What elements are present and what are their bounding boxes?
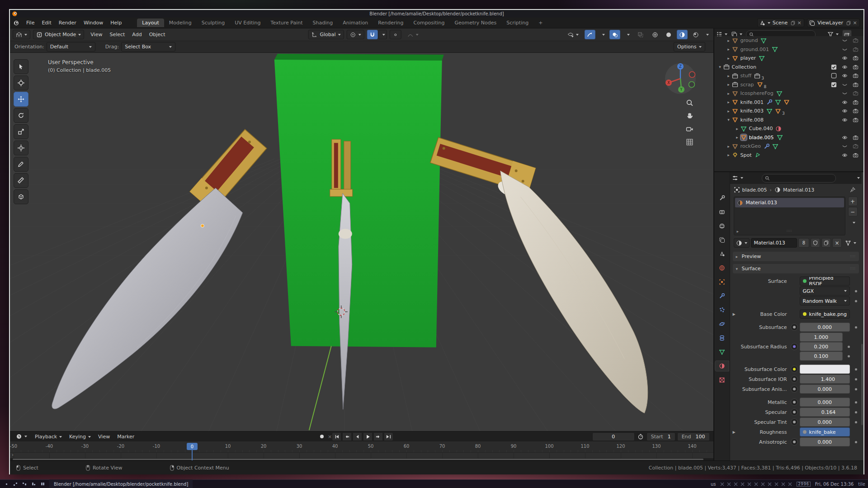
disclosure-arrow[interactable]: ▸: [726, 109, 732, 113]
outliner-row-collection[interactable]: ▾Collection: [714, 63, 863, 72]
material-slot-item[interactable]: Material.013: [735, 198, 844, 207]
menu-edit[interactable]: Edit: [38, 19, 55, 27]
add-workspace-button[interactable]: +: [533, 19, 547, 27]
current-frame-badge[interactable]: 0: [187, 443, 198, 450]
outliner-item-label[interactable]: player: [741, 55, 756, 61]
camera-icon[interactable]: [853, 64, 859, 70]
outliner-row-cube-040[interactable]: ▸Cube.040: [714, 124, 863, 133]
workspace-2-button[interactable]: [13, 482, 18, 487]
properties-tab-material[interactable]: [715, 361, 729, 371]
overlays-toggle[interactable]: [609, 30, 620, 39]
pivot-point-dropdown[interactable]: [347, 30, 364, 39]
proportional-editing-toggle[interactable]: [390, 30, 401, 39]
value-field[interactable]: 0.000: [800, 418, 850, 427]
camera-icon[interactable]: [853, 108, 859, 114]
workspace-tab-uv-editing[interactable]: UV Editing: [230, 19, 265, 27]
copy-material-button[interactable]: [821, 238, 831, 248]
xray-toggle[interactable]: [634, 30, 647, 39]
outliner-row-player[interactable]: ▸player: [714, 54, 863, 63]
disclosure-arrow[interactable]: ▸: [726, 100, 732, 104]
timeline-menu-view[interactable]: View: [94, 432, 113, 441]
slot-menu-caret[interactable]: [853, 222, 855, 224]
decorator-button[interactable]: [791, 366, 798, 373]
properties-tab-world[interactable]: [715, 263, 729, 273]
camera-off-icon[interactable]: [853, 143, 859, 149]
properties-options-caret[interactable]: [857, 177, 860, 179]
prev-frame-button[interactable]: [353, 432, 362, 441]
current-frame-field[interactable]: 0: [592, 432, 635, 441]
outliner-item-label[interactable]: knife.003: [741, 108, 764, 114]
view-layer-remove-button[interactable]: ×: [852, 20, 858, 26]
timeline-menu-marker[interactable]: Marker: [113, 432, 138, 441]
outliner-item-label[interactable]: ground: [741, 38, 758, 43]
add-slot-button[interactable]: +: [848, 197, 858, 206]
scale-tool-button[interactable]: [14, 124, 28, 139]
surface-panel-header[interactable]: ▾Surface∷∷: [733, 264, 859, 273]
viewport-menu-object[interactable]: Object: [146, 30, 169, 39]
outliner-row-ground[interactable]: ▸ground: [714, 36, 863, 45]
timeline-menu-playback[interactable]: Playback: [31, 432, 66, 441]
camera-icon[interactable]: [853, 82, 859, 88]
outliner-item-label[interactable]: Collection: [732, 64, 756, 70]
decorator-button[interactable]: [791, 385, 798, 393]
preview-panel-header[interactable]: ▸Preview∷∷: [733, 252, 859, 261]
workspace-tab-animation[interactable]: Animation: [338, 19, 373, 27]
disclosure-arrow[interactable]: ▸: [726, 38, 732, 43]
outliner-row-knife-008[interactable]: ▾knife.008: [714, 116, 863, 125]
workspace-tab-modeling[interactable]: Modeling: [164, 19, 197, 27]
timeline-scroll-handle[interactable]: [13, 459, 703, 460]
shading-dropdown[interactable]: [702, 30, 711, 39]
camera-off-icon[interactable]: [853, 47, 859, 52]
drag-mode-dropdown[interactable]: Select Box: [121, 42, 175, 52]
viewport-menu-add[interactable]: Add: [128, 30, 145, 39]
outliner-row-knife-003[interactable]: ▸knife.0033: [714, 107, 863, 116]
animate-dot[interactable]: [855, 388, 857, 390]
shading-material-button[interactable]: [677, 30, 688, 39]
properties-search-input[interactable]: [762, 174, 836, 183]
pan-view-icon[interactable]: [686, 112, 693, 120]
workspace-3-button[interactable]: [22, 482, 27, 487]
eye-closed-icon[interactable]: [842, 143, 848, 149]
disclosure-arrow[interactable]: ▸: [726, 144, 732, 149]
eye-icon[interactable]: [842, 135, 848, 141]
eye-icon[interactable]: [842, 55, 848, 61]
eye-closed-icon[interactable]: [842, 47, 848, 52]
value-field[interactable]: 0.200: [800, 342, 843, 351]
animate-dot[interactable]: [848, 355, 850, 357]
breadcrumb-object[interactable]: blade.005: [742, 187, 767, 193]
outliner-item-label[interactable]: Cube.040: [749, 126, 773, 131]
outliner-row-spot[interactable]: ▸Spot: [714, 151, 863, 160]
camera-view-icon[interactable]: [686, 125, 693, 133]
workspace-tab-sculpting[interactable]: Sculpting: [197, 19, 230, 27]
disclosure-arrow[interactable]: ▸: [726, 74, 732, 78]
disclosure-arrow[interactable]: ▸: [726, 47, 732, 52]
fake-user-button[interactable]: [811, 238, 820, 248]
texture-field[interactable]: knife_bake: [800, 427, 850, 436]
properties-tab-particles[interactable]: [715, 305, 729, 315]
shader-menu-field[interactable]: knife_bake.png: [800, 310, 850, 319]
eye-icon[interactable]: [842, 108, 848, 114]
properties-tab-object[interactable]: [715, 277, 729, 287]
tray-icon[interactable]: [747, 482, 751, 486]
slider-field[interactable]: 0.164: [800, 408, 850, 417]
workspace-tab-rendering[interactable]: Rendering: [373, 19, 408, 27]
menu-help[interactable]: Help: [107, 19, 125, 27]
outliner-item-label[interactable]: rockGeo: [741, 143, 761, 149]
measure-tool-button[interactable]: [14, 173, 28, 188]
timeline-editor-type-button[interactable]: [13, 432, 30, 441]
properties-tab-view-layer[interactable]: [715, 235, 729, 245]
outliner-row-blade-005[interactable]: ▸blade.005: [714, 133, 863, 142]
options-dropdown[interactable]: Options: [674, 42, 705, 52]
properties-tab-modifiers[interactable]: [715, 291, 729, 301]
outliner-item-label[interactable]: scrap: [741, 82, 754, 88]
timeline-track[interactable]: ›: [10, 453, 713, 458]
animate-dot[interactable]: [855, 326, 857, 328]
outliner-row-knife-001[interactable]: ▸knife.001: [714, 98, 863, 107]
tray-icon[interactable]: [781, 482, 785, 486]
prev-keyframe-button[interactable]: [342, 432, 352, 441]
wm-layout-indicator[interactable]: tile: [858, 482, 865, 487]
properties-tab-output[interactable]: [715, 221, 729, 231]
disclosure-arrow[interactable]: ▸: [734, 135, 741, 140]
outliner-row-ground-001[interactable]: ▸ground.001: [714, 45, 863, 54]
orientation-default-dropdown[interactable]: Default: [47, 42, 95, 52]
